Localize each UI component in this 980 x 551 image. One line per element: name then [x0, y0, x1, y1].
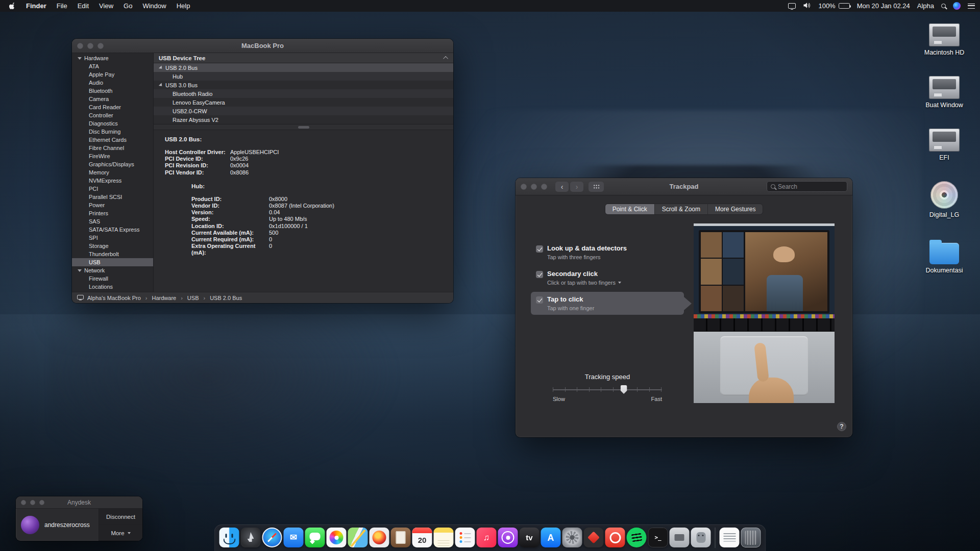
dock-item-textedit[interactable] — [720, 528, 740, 547]
disclosure-triangle-icon[interactable] — [78, 269, 82, 272]
dock-item-messages[interactable] — [305, 528, 325, 547]
back-button[interactable]: ‹ — [555, 182, 569, 192]
zoom-button[interactable] — [97, 43, 104, 49]
tap-to-click-checkbox[interactable] — [536, 296, 543, 304]
menu-help[interactable]: Help — [172, 0, 195, 12]
sidebar-item-firewall[interactable]: Firewall — [72, 274, 153, 283]
tree-row-usb2-bus[interactable]: USB 2.0 Bus — [154, 63, 453, 72]
collapse-chevron-icon[interactable] — [443, 56, 448, 61]
tree-row-bluetooth-radio[interactable]: Bluetooth Radio — [154, 89, 453, 98]
sidebar-item-locations[interactable]: Locations — [72, 283, 153, 291]
tree-row-usb20-crw[interactable]: USB2.0-CRW — [154, 107, 453, 115]
apple-menu-icon[interactable] — [5, 2, 20, 10]
sidebar-item-disc-burning[interactable]: Disc Burning — [72, 128, 153, 136]
sidebar-item-bluetooth[interactable]: Bluetooth — [72, 87, 153, 95]
search-field[interactable] — [767, 181, 847, 192]
menubar-user[interactable]: Alpha — [917, 2, 934, 10]
sidebar-item-fibre-channel[interactable]: Fibre Channel — [72, 144, 153, 152]
tab-scroll-and-zoom[interactable]: Scroll & Zoom — [655, 204, 708, 214]
help-button[interactable]: ? — [837, 422, 846, 431]
chevron-down-icon[interactable] — [618, 282, 621, 284]
menubar-clock[interactable]: Mon 20 Jan 02.24 — [857, 2, 910, 10]
menu-go[interactable]: Go — [119, 0, 137, 12]
dock-item-tv[interactable]: tv — [520, 528, 540, 547]
sidebar-item-ethernet-cards[interactable]: Ethernet Cards — [72, 136, 153, 144]
sidebar-item-thunderbolt[interactable]: Thunderbolt — [72, 250, 153, 258]
dock-item-trash[interactable] — [741, 528, 761, 547]
sidebar-item-ata[interactable]: ATA — [72, 62, 153, 70]
desktop-icon-digital-lg[interactable]: Digital_LG — [914, 181, 975, 218]
sidebar-item-graphics-displays[interactable]: Graphics/Displays — [72, 160, 153, 168]
tree-row-hub[interactable]: Hub — [154, 72, 453, 81]
anydesk-titlebar[interactable]: Anydesk — [16, 496, 142, 509]
disclosure-triangle-icon[interactable] — [159, 65, 163, 70]
dock-item-photo-booth[interactable] — [370, 528, 389, 547]
sidebar-item-memory[interactable]: Memory — [72, 168, 153, 177]
option-secondary-click[interactable]: Secondary click Click or tap with two fi… — [536, 270, 658, 286]
dock-item-system-preferences[interactable] — [562, 528, 582, 547]
dock-item-contacts[interactable] — [391, 528, 411, 547]
sidebar-item-sata[interactable]: SATA/SATA Express — [72, 226, 153, 234]
show-all-preferences-button[interactable] — [589, 182, 604, 192]
forward-button[interactable]: › — [570, 182, 583, 192]
option-look-up[interactable]: Look up & data detectors Tap with three … — [536, 244, 658, 260]
tree-row-razer-abyssus[interactable]: Razer Abyssus V2 — [154, 115, 453, 124]
disclosure-triangle-icon[interactable] — [159, 83, 163, 87]
trackpad-titlebar[interactable]: ‹ › Trackpad — [516, 178, 852, 195]
tree-row-usb3-bus[interactable]: USB 3.0 Bus — [154, 81, 453, 89]
menu-app-name[interactable]: Finder — [21, 0, 51, 12]
sidebar-item-card-reader[interactable]: Card Reader — [72, 103, 153, 111]
dock-item-spotify[interactable] — [627, 528, 647, 547]
look-up-checkbox[interactable] — [536, 245, 543, 253]
close-button[interactable] — [77, 43, 83, 49]
dock-item-calendar[interactable]: 20 — [412, 528, 432, 547]
option-tap-to-click[interactable]: Tap to click Tap with one finger — [536, 295, 658, 311]
siri-icon[interactable] — [953, 2, 961, 10]
sidebar-item-printers[interactable]: Printers — [72, 209, 153, 217]
sidebar-item-parallel-scsi[interactable]: Parallel SCSI — [72, 193, 153, 201]
dock-item-music[interactable]: ♫ — [477, 528, 497, 547]
menu-view[interactable]: View — [94, 0, 118, 12]
minimize-button[interactable] — [531, 184, 537, 190]
desktop-icon-macintosh-hd[interactable]: Macintosh HD — [914, 23, 975, 56]
sidebar-item-diagnostics[interactable]: Diagnostics — [72, 119, 153, 128]
dock-item-notes[interactable] — [434, 528, 454, 547]
battery-status[interactable]: 100% — [818, 2, 849, 10]
sidebar-item-firewire[interactable]: FireWire — [72, 152, 153, 160]
spotlight-search-icon[interactable] — [941, 4, 946, 8]
dock-item-mail[interactable]: ✉ — [284, 528, 304, 547]
sidebar-group-network[interactable]: Network — [72, 266, 153, 274]
sidebar-item-apple-pay[interactable]: Apple Pay — [72, 70, 153, 79]
dock-item-automator[interactable] — [691, 528, 711, 547]
system-information-titlebar[interactable]: MacBook Pro — [72, 39, 453, 53]
tracking-speed-slider[interactable] — [553, 385, 662, 394]
sidebar-item-pci[interactable]: PCI — [72, 185, 153, 193]
close-button[interactable] — [521, 184, 527, 190]
notification-center-icon[interactable] — [968, 4, 975, 9]
volume-icon[interactable] — [803, 2, 811, 10]
zoom-button[interactable] — [541, 184, 547, 190]
menu-file[interactable]: File — [52, 0, 72, 12]
sidebar-item-spi[interactable]: SPI — [72, 234, 153, 242]
tree-row-lenovo-easycamera[interactable]: Lenovo EasyCamera — [154, 98, 453, 107]
tab-more-gestures[interactable]: More Gestures — [708, 204, 763, 214]
minimize-button[interactable] — [87, 43, 93, 49]
slider-thumb[interactable] — [621, 385, 627, 394]
dock-item-launchpad[interactable] — [241, 528, 261, 547]
menu-window[interactable]: Window — [138, 0, 170, 12]
slider-track[interactable] — [553, 389, 662, 391]
dock-item-podcasts[interactable] — [498, 528, 518, 547]
dock-item-red-diamond-app[interactable] — [584, 528, 604, 547]
sidebar-item-storage[interactable]: Storage — [72, 242, 153, 250]
search-input[interactable] — [778, 183, 843, 190]
dock-item-terminal[interactable]: >_ — [648, 528, 668, 547]
sidebar-item-usb[interactable]: USB — [72, 258, 153, 266]
sidebar-item-controller[interactable]: Controller — [72, 111, 153, 119]
dock-item-gray-utility[interactable] — [670, 528, 690, 547]
desktop-icon-buat-window[interactable]: Buat Window — [914, 76, 975, 109]
dock-item-maps[interactable] — [348, 528, 368, 547]
sidebar-item-nvmexpress[interactable]: NVMExpress — [72, 177, 153, 185]
dock-item-finder[interactable] — [219, 528, 239, 547]
menu-edit[interactable]: Edit — [73, 0, 93, 12]
pane-splitter[interactable] — [154, 124, 453, 130]
